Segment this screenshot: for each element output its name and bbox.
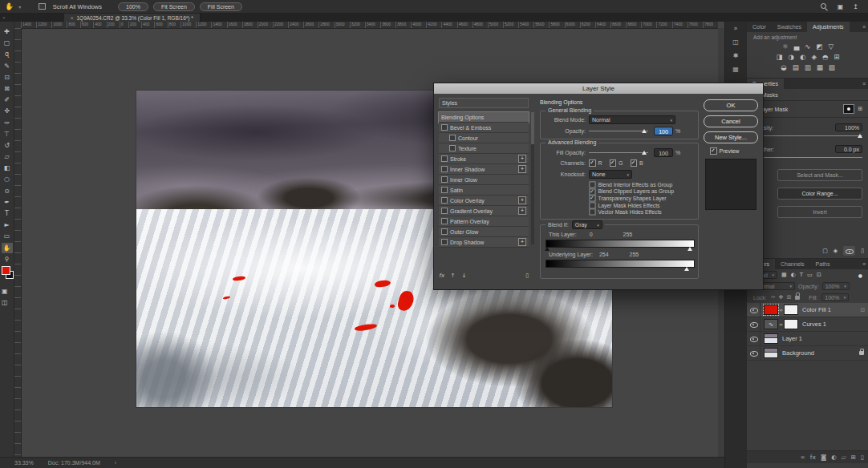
style-checkbox[interactable] <box>449 135 456 141</box>
style-list-item[interactable]: Gradient Overlay + <box>439 206 529 216</box>
panel-menu-icon[interactable]: ≡ <box>862 259 868 269</box>
style-checkbox[interactable] <box>441 176 448 183</box>
layer-name[interactable]: Color Fill 1 <box>802 306 831 313</box>
lock-artboard-icon[interactable]: ⊞ <box>786 294 791 301</box>
link-layers-icon[interactable]: ∞ <box>801 454 805 461</box>
filter-pixel-icon[interactable]: ▦ <box>781 272 787 278</box>
visibility-eye-icon[interactable] <box>747 303 761 317</box>
style-list-item[interactable]: Inner Glow + <box>439 175 529 185</box>
tab-adjustments[interactable]: Adjustments <box>807 22 850 32</box>
advanced-blend-checkbox-row[interactable]: Blend Interior Effects as Group <box>589 181 695 188</box>
tabbar-collapse-icon[interactable]: » <box>0 14 8 22</box>
density-value[interactable]: 100% <box>835 123 862 131</box>
cancel-button[interactable]: Cancel <box>704 115 758 127</box>
style-checkbox[interactable] <box>441 239 448 245</box>
invert-button[interactable]: Invert <box>777 206 862 218</box>
tab-close-icon[interactable]: × <box>71 15 74 21</box>
style-list-item[interactable]: Contour + <box>439 133 529 143</box>
filter-adjustment-icon[interactable]: ◐ <box>791 272 796 278</box>
delete-layer-icon[interactable]: ▯ <box>861 454 864 461</box>
knockout-dropdown[interactable]: None▾ <box>589 170 632 179</box>
style-list-item[interactable]: Inner Shadow + <box>439 164 529 175</box>
style-add-icon[interactable]: + <box>518 155 526 163</box>
curves-icon[interactable]: ∿ <box>805 42 810 50</box>
layer-thumbnail[interactable] <box>764 348 778 358</box>
panel-menu-icon[interactable]: ≡ <box>862 22 868 32</box>
lock-all-icon[interactable] <box>795 296 800 300</box>
this-layer-gradient-slider[interactable] <box>546 240 695 248</box>
panel-menu-icon[interactable]: ≡ <box>862 79 868 89</box>
threshold-icon[interactable]: ▥ <box>805 63 811 71</box>
style-checkbox[interactable] <box>441 208 448 214</box>
opacity-value[interactable]: 100%▾ <box>822 282 850 290</box>
status-zoom[interactable]: 33.33% <box>14 460 34 466</box>
advanced-blend-checkbox-row[interactable]: Layer Mask Hides Effects <box>589 202 695 209</box>
underlying-layer-gradient-slider[interactable] <box>546 260 695 268</box>
density-slider[interactable] <box>753 135 862 136</box>
foreground-color-chip[interactable] <box>2 266 10 275</box>
preview-checkbox-row[interactable]: Preview <box>710 147 739 155</box>
levels-icon[interactable]: ▄ <box>794 42 800 50</box>
new-group-icon[interactable]: ▱ <box>842 454 846 461</box>
style-add-icon[interactable]: + <box>518 165 526 173</box>
status-chevron-icon[interactable]: › <box>115 460 116 466</box>
layer-style-icon[interactable]: fx <box>810 454 816 461</box>
blur-tool[interactable]: ○ <box>2 174 13 184</box>
marquee-tool[interactable]: ▢ <box>2 38 13 48</box>
shape-tool[interactable]: ▭ <box>2 231 13 241</box>
black-white-icon[interactable]: ◐ <box>800 53 805 61</box>
layer-row-background[interactable]: Background <box>747 346 868 361</box>
new-layer-icon[interactable]: ⊞ <box>851 454 856 461</box>
clone-stamp-tool[interactable]: ⊤ <box>2 129 13 139</box>
mask-link-icon[interactable]: ∞ <box>779 307 783 313</box>
underlying-white-marker[interactable] <box>684 267 689 271</box>
visibility-eye-icon[interactable] <box>747 346 761 360</box>
type-tool[interactable]: T <box>2 208 13 219</box>
dodge-tool[interactable]: ⊙ <box>2 186 13 196</box>
filter-shape-icon[interactable]: ▭ <box>807 272 813 278</box>
search-icon[interactable] <box>820 2 828 10</box>
style-list-item[interactable]: Drop Shadow + <box>439 237 529 248</box>
feather-value[interactable]: 0.0 px <box>835 145 862 153</box>
filter-pin-icon[interactable]: ● <box>858 272 862 278</box>
delete-style-icon[interactable]: ▯ <box>525 272 529 279</box>
feather-slider[interactable] <box>753 157 862 158</box>
dock-panel-icon-c[interactable]: ▦ <box>732 66 739 73</box>
advanced-blend-checkbox-row[interactable]: Transparency Shapes Layer <box>589 195 695 202</box>
style-add-icon[interactable]: + <box>518 207 526 215</box>
fit-screen-button[interactable]: Fit Screen <box>153 2 195 11</box>
channel-checkbox[interactable]: B <box>631 159 643 167</box>
layer-name[interactable]: Layer 1 <box>782 335 802 342</box>
gradient-tool[interactable]: ◧ <box>2 163 13 173</box>
history-brush-tool[interactable]: ↺ <box>2 140 13 151</box>
selective-color-icon[interactable]: ▧ <box>829 63 835 71</box>
style-checkbox[interactable] <box>441 197 448 204</box>
style-checkbox[interactable] <box>441 124 448 131</box>
path-selection-tool[interactable]: ► <box>2 220 13 230</box>
style-add-icon[interactable]: + <box>518 196 526 204</box>
layer-mask-thumbnail[interactable] <box>784 319 798 329</box>
layer-row-color-fill[interactable]: ∞ Color Fill 1 ⊡ <box>747 303 868 317</box>
opacity-value[interactable]: 100 <box>654 127 673 135</box>
tool-preset-caret-icon[interactable]: ▾ <box>18 4 21 10</box>
workspace-switcher-icon[interactable]: ▣ <box>838 3 844 10</box>
advanced-blend-checkbox-row[interactable]: Vector Mask Hides Effects <box>589 208 695 216</box>
dialog-title[interactable]: Layer Style <box>434 83 763 94</box>
color-balance-icon[interactable]: ◑ <box>789 53 794 61</box>
eyedropper-tool[interactable]: ✐ <box>2 95 13 105</box>
apply-mask-icon[interactable]: ◈ <box>834 248 838 254</box>
style-list-item[interactable]: Blending Options + <box>439 112 529 123</box>
background-lock-icon[interactable] <box>859 351 864 355</box>
layer-name[interactable]: Curves 1 <box>802 321 826 328</box>
ok-button[interactable]: OK <box>704 99 758 111</box>
channel-mixer-icon[interactable]: ◓ <box>822 53 828 61</box>
channel-checkbox[interactable]: G <box>610 159 623 167</box>
document-tab[interactable]: × 1Q9A0254.CR2 @ 33.3% (Color Fill 1, RG… <box>64 14 201 22</box>
styles-scrollbar[interactable] <box>531 112 534 244</box>
this-layer-black-marker[interactable] <box>545 247 550 251</box>
crop-tool[interactable]: ⊡ <box>2 72 13 83</box>
ruler-origin[interactable] <box>14 22 21 28</box>
this-layer-white-marker[interactable] <box>688 247 692 251</box>
move-style-down-icon[interactable]: ↓ <box>461 272 466 279</box>
style-list-item[interactable]: Stroke + <box>439 154 529 164</box>
